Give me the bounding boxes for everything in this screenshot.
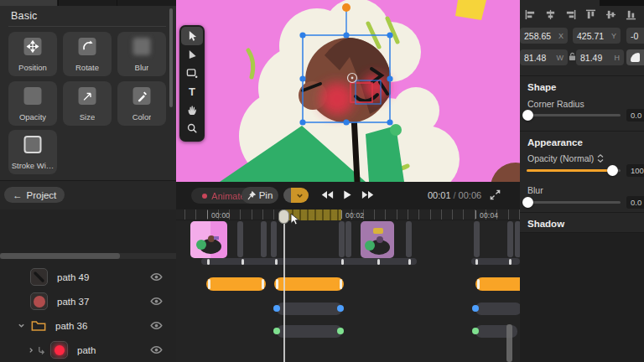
timeline-thumbnail[interactable] bbox=[190, 221, 227, 258]
clip-handle[interactable] bbox=[262, 279, 264, 289]
animation-clip-bar[interactable] bbox=[206, 277, 266, 291]
opacity-slider-handle[interactable] bbox=[607, 165, 618, 176]
summary-keyframe[interactable] bbox=[207, 259, 210, 265]
timecode-display: 00:01 / 00:06 bbox=[428, 190, 481, 200]
keyframe-green[interactable] bbox=[472, 328, 479, 334]
active-tab[interactable] bbox=[0, 0, 57, 6]
align-top-icon[interactable] bbox=[585, 9, 596, 20]
height-field[interactable]: 81.49H bbox=[576, 49, 624, 65]
summary-keyframe[interactable] bbox=[408, 259, 411, 265]
animate-options-dropdown[interactable] bbox=[283, 188, 309, 203]
collapsed-clip[interactable] bbox=[237, 221, 243, 257]
align-middle-v-icon[interactable] bbox=[605, 9, 616, 20]
effect-blur-button[interactable]: Blur bbox=[117, 32, 166, 76]
summary-keyframe[interactable] bbox=[341, 259, 344, 265]
canvas-viewport[interactable]: T bbox=[176, 0, 520, 182]
effect-opacity-button[interactable]: Opacity bbox=[8, 81, 57, 126]
keyframe-blue[interactable] bbox=[337, 305, 344, 312]
collapsed-clip[interactable] bbox=[474, 221, 480, 257]
effect-rotate-button[interactable]: Rotate bbox=[63, 32, 112, 76]
opacity-value[interactable]: 100 bbox=[626, 164, 644, 177]
collapsed-clip[interactable] bbox=[271, 221, 277, 257]
align-left-icon[interactable] bbox=[525, 9, 536, 20]
layer-row-path36[interactable]: path 36 bbox=[0, 313, 176, 338]
summary-keyframe[interactable] bbox=[242, 259, 244, 265]
fast-forward-button[interactable] bbox=[361, 189, 375, 200]
rewind-button[interactable] bbox=[320, 189, 334, 200]
align-right-icon[interactable] bbox=[565, 9, 576, 20]
effect-position-button[interactable]: Position bbox=[8, 32, 57, 76]
rotation-handle[interactable] bbox=[342, 3, 351, 12]
clip-handle[interactable] bbox=[340, 279, 342, 289]
text-tool[interactable]: T bbox=[181, 82, 203, 101]
select-tool[interactable] bbox=[181, 27, 203, 45]
rectangle-tool[interactable] bbox=[181, 64, 203, 82]
align-bottom-icon[interactable] bbox=[626, 9, 636, 20]
collapsed-clip[interactable] bbox=[339, 221, 345, 257]
keyframe-green[interactable] bbox=[273, 328, 280, 334]
pin-button[interactable]: Pin bbox=[242, 187, 278, 204]
summary-track[interactable] bbox=[471, 258, 520, 265]
layers-hscroll-track[interactable] bbox=[0, 253, 176, 259]
layer-row-path37[interactable]: path 37 bbox=[0, 289, 176, 313]
hand-tool[interactable] bbox=[181, 101, 203, 119]
corner-radius-value[interactable]: 0.0 bbox=[626, 109, 644, 122]
keyframe-track[interactable] bbox=[277, 303, 342, 315]
collapsed-clip[interactable] bbox=[406, 221, 412, 257]
direct-select-tool[interactable] bbox=[181, 45, 203, 64]
summary-keyframe[interactable] bbox=[475, 259, 478, 265]
keyframe-green[interactable] bbox=[337, 328, 344, 334]
clip-handle[interactable] bbox=[477, 279, 480, 289]
layer-row-path49[interactable]: path 49 bbox=[0, 265, 176, 289]
zoom-tool[interactable] bbox=[181, 119, 203, 137]
animation-clip-bar[interactable] bbox=[475, 277, 520, 291]
clip-handle[interactable] bbox=[276, 279, 278, 289]
summary-keyframe[interactable] bbox=[377, 259, 380, 265]
keyframe-blue[interactable] bbox=[472, 305, 479, 312]
layer-row-path[interactable]: path bbox=[0, 338, 176, 362]
corner-tool-button[interactable] bbox=[626, 49, 644, 65]
eye-visibility-icon[interactable] bbox=[150, 297, 163, 306]
y-position-field[interactable]: 425.71Y bbox=[573, 28, 621, 44]
keyframe-track[interactable] bbox=[277, 325, 342, 338]
corner-radius-slider-handle[interactable] bbox=[522, 110, 533, 121]
blend-mode-stepper-icon[interactable] bbox=[597, 154, 604, 163]
keyframe-blue[interactable] bbox=[273, 305, 280, 312]
blur-slider-handle[interactable] bbox=[522, 197, 533, 208]
width-field[interactable]: 81.48W bbox=[520, 49, 568, 65]
summary-keyframe[interactable] bbox=[275, 259, 278, 265]
summary-track[interactable] bbox=[201, 258, 417, 265]
effect-color-button[interactable]: Color bbox=[117, 81, 166, 126]
clip-handle[interactable] bbox=[208, 279, 210, 289]
corner-radius-slider[interactable] bbox=[527, 114, 621, 116]
lock-aspect-icon[interactable] bbox=[569, 52, 576, 61]
collapsed-clip[interactable] bbox=[345, 221, 351, 257]
eye-visibility-icon[interactable] bbox=[150, 272, 163, 282]
summary-keyframe[interactable] bbox=[509, 259, 512, 265]
effect-size-button[interactable]: Size bbox=[63, 81, 112, 126]
layers-hscroll-thumb[interactable] bbox=[0, 253, 120, 259]
back-to-project-button[interactable]: ← Project bbox=[4, 187, 65, 203]
blur-value[interactable]: 0.0 bbox=[626, 196, 644, 209]
collapsed-clip[interactable] bbox=[261, 221, 267, 257]
opacity-label-text: Opacity (Normal) bbox=[527, 153, 594, 163]
chevron-down-icon[interactable] bbox=[18, 322, 25, 329]
timeline-scrollbar[interactable] bbox=[506, 324, 512, 362]
keyframe-track[interactable] bbox=[475, 303, 520, 315]
playhead-handle[interactable] bbox=[278, 209, 289, 224]
red-circle-thumb bbox=[30, 292, 48, 310]
x-position-field[interactable]: 258.65X bbox=[520, 28, 568, 44]
rotation-field[interactable]: -0 bbox=[626, 28, 644, 44]
blur-slider[interactable] bbox=[527, 201, 621, 204]
timeline-thumbnail[interactable] bbox=[361, 221, 394, 258]
eye-visibility-icon[interactable] bbox=[150, 345, 163, 354]
effect-stroke-width-button[interactable]: Stroke Wi… bbox=[8, 130, 57, 174]
timeline-area[interactable]: 00:00 00:02 00:04 bbox=[176, 209, 520, 362]
play-button[interactable] bbox=[342, 189, 352, 200]
fullscreen-expand-icon[interactable] bbox=[490, 189, 501, 200]
chevron-right-icon[interactable] bbox=[28, 347, 34, 354]
eye-visibility-icon[interactable] bbox=[150, 321, 163, 330]
effects-scrollbar[interactable] bbox=[169, 8, 173, 107]
align-center-h-icon[interactable] bbox=[545, 9, 556, 20]
collapsed-clip[interactable] bbox=[507, 221, 513, 257]
